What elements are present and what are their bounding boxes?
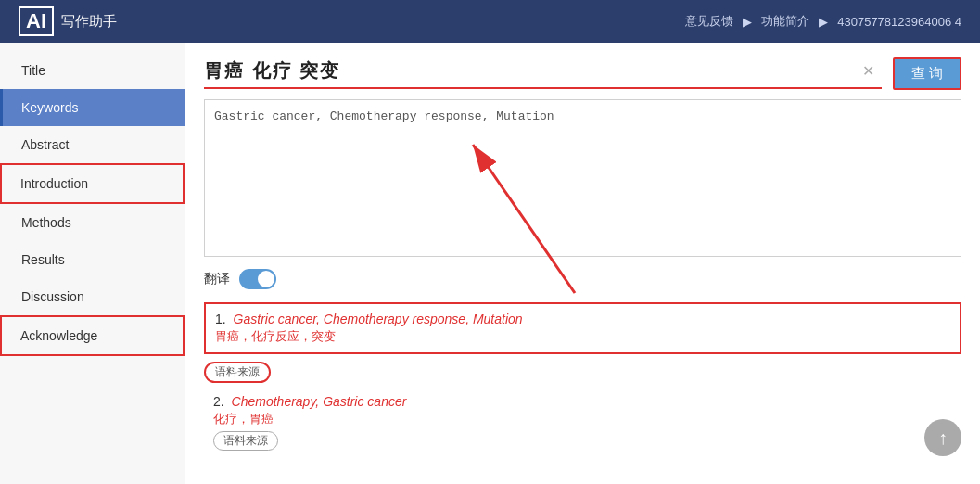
sidebar-item-title[interactable]: Title [0,52,185,89]
sidebar-item-acknowledge[interactable]: Acknowledge [0,315,185,356]
sidebar-item-results[interactable]: Results [0,241,185,278]
translate-row: 翻译 [204,269,961,289]
logo-ai-box: AI [19,6,54,36]
result-number-2: 2. [213,394,224,409]
scroll-up-button[interactable]: ↑ [924,419,961,456]
result-item-1-box: 1. Gastric cancer, Chemotherapy response… [204,302,961,354]
features-link[interactable]: 功能简介 [761,13,809,30]
result-item-1-en: 1. Gastric cancer, Chemotherapy response… [215,312,950,326]
keywords-display[interactable]: 胃癌 化疗 突变 [204,58,882,89]
sidebar-item-discussion[interactable]: Discussion [0,278,185,315]
result-tag-1[interactable]: 语料来源 [204,362,271,383]
result-item-2-en: 2. Chemotherapy, Gastric cancer [213,394,961,409]
keywords-textarea[interactable]: Gastric cancer, Chemotherapy response, M… [204,99,961,257]
content-area: 胃癌 化疗 突变 ✕ 查 询 Gastric cancer, Chemother… [185,43,980,484]
sidebar: Title Keywords Abstract Introduction Met… [0,43,185,484]
logo: AI 写作助手 [19,6,117,36]
result-number-1: 1. [215,312,226,326]
results-list: 1. Gastric cancer, Chemotherapy response… [204,302,961,451]
sidebar-item-abstract[interactable]: Abstract [0,126,185,163]
top-nav: AI 写作助手 意见反馈 ▶ 功能简介 ▶ 43075778123964006 … [0,0,980,43]
result-en-2: Chemotherapy, Gastric cancer [232,394,407,409]
keywords-input-wrapper: 胃癌 化疗 突变 ✕ [204,58,882,89]
translate-toggle[interactable] [239,269,276,289]
clear-button[interactable]: ✕ [862,62,874,80]
translate-label: 翻译 [204,271,230,287]
toggle-knob [258,271,274,287]
sidebar-item-keywords[interactable]: Keywords [0,89,185,126]
result-tag-2[interactable]: 语料来源 [213,431,278,451]
result-zh-2: 化疗，胃癌 [213,411,961,427]
feedback-link[interactable]: 意见反馈 [685,13,733,30]
list-item: 2. Chemotherapy, Gastric cancer 化疗，胃癌 语料… [204,394,961,451]
query-button[interactable]: 查 询 [893,57,961,90]
list-item: 1. Gastric cancer, Chemotherapy response… [204,302,961,383]
main-layout: Title Keywords Abstract Introduction Met… [0,43,980,484]
user-id: 43075778123964006 4 [837,15,961,29]
scroll-up-icon: ↑ [938,427,948,449]
nav-arrow-1: ▶ [743,15,752,29]
sidebar-item-introduction[interactable]: Introduction [0,163,185,204]
sidebar-item-methods[interactable]: Methods [0,204,185,241]
nav-right: 意见反馈 ▶ 功能简介 ▶ 43075778123964006 4 [685,13,961,30]
logo-text: 写作助手 [61,13,117,31]
keywords-header: 胃癌 化疗 突变 ✕ 查 询 [204,57,961,90]
nav-arrow-2: ▶ [819,15,828,29]
result-en-1: Gastric cancer, Chemotherapy response, M… [234,312,523,326]
result-zh-1: 胃癌，化疗反应，突变 [215,328,950,345]
result-tag-1-wrapper: 语料来源 [204,358,961,383]
